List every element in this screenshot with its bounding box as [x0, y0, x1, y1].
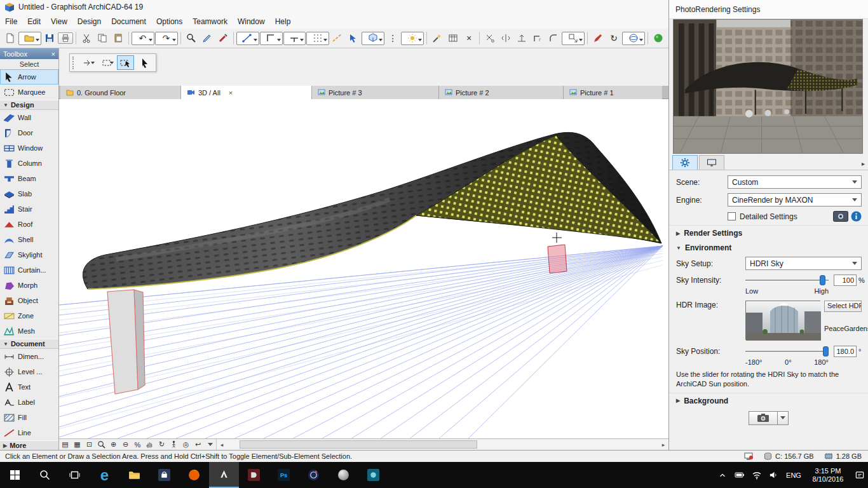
rhino-icon[interactable] — [329, 462, 358, 488]
cinema4d-icon[interactable] — [299, 462, 329, 488]
horizontal-scrollbar[interactable]: ◂ ▸ — [216, 439, 668, 450]
background-section-header[interactable]: ▶ Background — [669, 393, 868, 408]
selected-column-far[interactable] — [548, 233, 567, 273]
toolbox-item-stair[interactable]: Stair — [0, 201, 58, 217]
guide-lines-button[interactable] — [330, 30, 345, 46]
menu-file[interactable]: File — [0, 15, 22, 28]
background-process-icon[interactable] — [744, 452, 754, 461]
element-information-button[interactable] — [445, 30, 461, 46]
select-options-dropdown[interactable] — [79, 55, 96, 70]
scroll-left-arrow[interactable]: ◂ — [217, 442, 227, 448]
save-button[interactable] — [42, 30, 57, 46]
archicad-taskbar-icon[interactable] — [209, 462, 239, 488]
toolbox-item-roof[interactable]: Roof — [0, 217, 58, 232]
menu-options[interactable]: Options — [151, 15, 187, 28]
sky-setup-select[interactable]: HDRI Sky — [745, 257, 862, 270]
spacing-options-button[interactable]: ⋮ — [385, 30, 400, 46]
wifi-icon[interactable] — [748, 470, 765, 480]
toolbox-item-slab[interactable]: Slab — [0, 186, 58, 201]
select-hdri-button[interactable]: Select HDRI... — [824, 301, 862, 312]
scrollbar-thumb[interactable] — [240, 440, 477, 449]
menu-teamwork[interactable]: Teamwork — [187, 15, 233, 28]
photoshop-icon[interactable]: Ps — [269, 462, 299, 488]
language-indicator[interactable]: ENG — [782, 471, 805, 479]
taskbar-clock[interactable]: 3:15 PM 8/10/2016 — [805, 467, 851, 484]
tray-chevron-icon[interactable] — [714, 471, 731, 479]
toolbox-section-more[interactable]: ▶More — [0, 440, 58, 450]
edge-icon[interactable]: e — [90, 462, 119, 488]
toolbox-item-shell[interactable]: Shell — [0, 232, 58, 247]
toolbox-item-marquee[interactable]: Marquee — [0, 85, 58, 100]
annotate-pen-button[interactable] — [590, 30, 606, 46]
toolbox-header[interactable]: Toolbox × — [0, 48, 58, 59]
zoom-percent-button[interactable]: % — [132, 439, 144, 450]
split-button[interactable] — [498, 30, 513, 46]
rotate-view-button[interactable]: ↻ — [606, 30, 621, 46]
tab-3d-all[interactable]: 3D / All × — [181, 86, 312, 99]
toolbox-section-select[interactable]: Select — [0, 59, 58, 69]
explore-walk-button[interactable] — [168, 439, 180, 450]
quick-select-toggle[interactable] — [117, 55, 134, 70]
toolbox-item-object[interactable]: Object — [0, 293, 58, 308]
store-icon[interactable] — [149, 462, 179, 488]
redo-button[interactable]: ↷ — [155, 32, 178, 45]
open-file-button[interactable] — [18, 32, 41, 45]
toolbox-item-label[interactable]: Label — [0, 395, 58, 410]
toolbox-item-text[interactable]: Text — [0, 379, 58, 395]
menu-document[interactable]: Document — [106, 15, 151, 28]
tab-close-icon[interactable]: × — [229, 89, 233, 97]
find-select-button[interactable] — [184, 30, 199, 46]
toolbox-item-level[interactable]: Level ... — [0, 364, 58, 379]
orbit-dropdown[interactable] — [622, 32, 645, 45]
column-element[interactable] — [107, 290, 145, 394]
zoom-in-button[interactable]: ⊕ — [107, 439, 119, 450]
pan-button[interactable] — [144, 439, 156, 450]
fit-in-window-button[interactable]: ⊡ — [83, 439, 95, 450]
sky-position-slider[interactable] — [745, 346, 829, 357]
toolbox-item-line[interactable]: Line — [0, 425, 58, 440]
environment-section-header[interactable]: ▼ Environment — [669, 242, 868, 255]
trim-button[interactable] — [482, 30, 498, 46]
start-button[interactable] — [0, 462, 30, 488]
print-button[interactable] — [58, 32, 73, 44]
sun-settings-dropdown[interactable] — [401, 32, 424, 45]
sky-position-value[interactable]: 180.0 — [834, 346, 857, 357]
tab-picture-3[interactable]: Picture # 3 — [312, 86, 439, 99]
artlantis-icon[interactable] — [358, 462, 388, 488]
detailed-settings-checkbox[interactable] — [728, 212, 736, 220]
pickup-parameters-button[interactable] — [200, 30, 215, 46]
intersection-dropdown[interactable] — [260, 32, 283, 45]
quick-options-button[interactable]: ▤ — [59, 439, 71, 450]
toolbox-close-icon[interactable]: × — [51, 50, 55, 58]
element-snap-dropdown[interactable] — [236, 32, 259, 45]
render-preview-button[interactable] — [651, 30, 666, 46]
resize-dropdown[interactable] — [562, 32, 585, 45]
toolbox-item-beam[interactable]: Beam — [0, 171, 58, 186]
toolbox-item-wall[interactable]: Wall — [0, 110, 58, 125]
undo-button[interactable]: ↶ — [132, 32, 154, 45]
render-safe-frame-button[interactable] — [833, 211, 848, 222]
pane-layout-button[interactable]: ▦ — [71, 439, 83, 450]
inject-parameters-button[interactable] — [215, 30, 231, 46]
menu-edit[interactable]: Edit — [22, 15, 46, 28]
zoom-box-button[interactable] — [95, 439, 107, 450]
battery-icon[interactable] — [731, 470, 748, 480]
toolbar-drag-handle[interactable] — [72, 57, 76, 69]
junction-dropdown[interactable] — [283, 32, 306, 45]
toolbox-item-curtain-wall[interactable]: Curtain... — [0, 262, 58, 278]
tab-picture-2[interactable]: Picture # 2 — [439, 86, 564, 99]
menu-design[interactable]: Design — [72, 15, 106, 28]
toolbox-section-document[interactable]: ▼Document — [0, 339, 58, 349]
snap-grid-dropdown[interactable] — [306, 32, 329, 45]
info-button[interactable] — [851, 211, 862, 222]
toolbox-item-skylight[interactable]: Skylight — [0, 247, 58, 262]
toolbox-item-zone[interactable]: Zone — [0, 308, 58, 323]
task-view-button[interactable] — [60, 462, 90, 488]
preview-display-tab[interactable] — [699, 155, 724, 170]
file-explorer-icon[interactable] — [119, 462, 149, 488]
gravity-dropdown[interactable] — [362, 32, 384, 45]
render-settings-section-header[interactable]: ▶ Render Settings — [669, 225, 868, 240]
look-to-button[interactable]: ◎ — [180, 439, 192, 450]
delete-button[interactable]: × — [461, 30, 477, 46]
menu-view[interactable]: View — [46, 15, 72, 28]
